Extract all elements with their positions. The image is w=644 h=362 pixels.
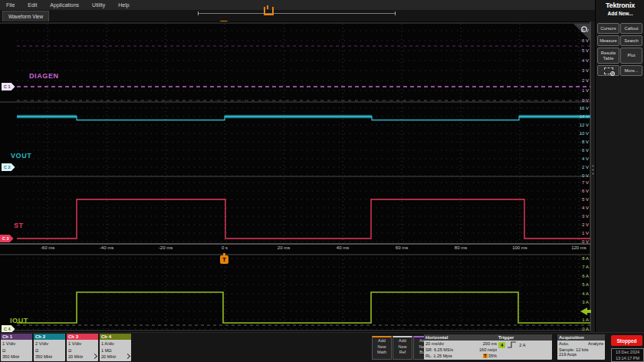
ch3-badge-body: 1 V/div Ω 20 MHz	[67, 340, 98, 360]
tektronix-logo: Tektronix	[596, 2, 644, 9]
ch1-scale: 1 V/div	[2, 341, 31, 347]
oscilloscope-screen: File Edit Applications Utility Help Wave…	[0, 0, 644, 362]
date-text: 13 Dec 2024	[612, 349, 643, 355]
menu-utility[interactable]: Utility	[92, 2, 105, 8]
time-axis-label: -40 ms	[91, 245, 122, 250]
ch2-badge-body: 2 V/div Ω 350 MHz	[34, 340, 65, 360]
ch2-scale: 2 V/div	[35, 341, 64, 347]
measure-button[interactable]: Measure	[597, 35, 619, 46]
c1-scale-label: 2 V	[564, 77, 589, 84]
more-button[interactable]: More...	[620, 65, 642, 76]
add-new-math-button[interactable]: Add New Math	[372, 336, 392, 360]
tab-waveform-view[interactable]: Waveform View	[2, 11, 49, 21]
ch1-badge[interactable]: Ch 1 1 V/div Ω 350 MHz	[1, 334, 32, 361]
ch4-badge-body: 1 A/div 1 MΩ 20 MHz	[100, 340, 131, 360]
trigger-time-marker[interactable]: T	[220, 255, 228, 264]
record-length: RL: 1.25 Mpts	[426, 354, 452, 360]
acquisition-body: Auto,Analyze Sample: 12 bits 219 Acqs	[557, 341, 605, 357]
time-text: 13:14:17 PM	[612, 355, 643, 361]
c3-scale-label: 0 V	[564, 239, 589, 245]
ch1-badge-body: 1 V/div Ω 350 MHz	[1, 340, 32, 360]
time-axis-label: 120 ms	[564, 245, 594, 250]
horizontal-position-marker-icon[interactable]	[264, 7, 274, 15]
ch1-coupling: Ω	[2, 347, 31, 354]
c1-scale-label: 6 V	[564, 38, 589, 44]
c3-scale-label: 3 V	[564, 213, 589, 219]
c1-scale-label: 4 V	[564, 58, 589, 64]
ch3-scale: 1 V/div	[68, 341, 97, 347]
horizontal-badge[interactable]: Horizontal 20 ms/div200 ms SR: 6.25 MS/s…	[424, 334, 498, 360]
cursors-button[interactable]: Cursors	[597, 23, 619, 34]
trigger-badge[interactable]: Trigger 4 2 A	[497, 334, 552, 360]
waveform-graticule[interactable]	[0, 21, 590, 332]
ch2-badge-title: Ch 2	[34, 334, 65, 340]
horizontal-window: 200 ms	[483, 341, 497, 347]
ch3-badge[interactable]: Ch 3 1 V/div Ω 20 MHz	[67, 334, 98, 361]
time-axis-label: 0 s	[209, 245, 240, 250]
acquisition-badge[interactable]: Acquisition Auto,Analyze Sample: 12 bits…	[557, 334, 605, 360]
channel-label-st[interactable]: ST	[14, 222, 24, 229]
add-math-line3: Math	[373, 350, 391, 356]
channel-label-vout[interactable]: VOUT	[11, 152, 31, 160]
zoom-box-icon	[604, 67, 613, 74]
sample-interval: 160 ns/pt	[479, 347, 497, 354]
ch2-coupling: Ω	[35, 347, 64, 354]
ch1-bandwidth: 350 MHz	[2, 354, 31, 360]
menu-bar: File Edit Applications Utility Help	[0, 0, 595, 10]
c1-scale-label: 3 V	[564, 67, 589, 74]
add-new-ref-button[interactable]: Add New Ref	[393, 336, 412, 360]
panel-drag-handle-icon[interactable]	[592, 164, 594, 176]
horizontal-overview-ruler[interactable]	[198, 12, 396, 15]
search-button[interactable]: Search	[620, 35, 642, 46]
add-ref-line1: Add	[393, 338, 412, 344]
ch3-badge-title: Ch 3	[67, 334, 98, 340]
trigger-position-value: T35%	[483, 354, 497, 360]
channel-label-iout[interactable]: IOUT	[10, 317, 28, 324]
c1-scale-label: 5 V	[564, 48, 589, 54]
c4-scale-label: 6 A	[564, 273, 589, 279]
menu-help[interactable]: Help	[118, 2, 129, 8]
c3-scale-label: 1 V	[564, 230, 589, 236]
trigger-title: Trigger	[497, 334, 552, 341]
c2-scale-label: 4 V	[564, 156, 589, 162]
ch4-badge-title: Ch 4	[100, 334, 131, 340]
c2-scale-label: 12 V	[564, 122, 589, 128]
menu-applications[interactable]: Applications	[50, 2, 79, 8]
time-axis-label: 20 ms	[268, 245, 299, 250]
results-table-button[interactable]: Results Table	[597, 48, 619, 64]
menu-file[interactable]: File	[6, 2, 15, 8]
plot-button[interactable]: Plot	[620, 48, 642, 64]
sample-rate: SR: 6.25 MS/s	[426, 347, 453, 354]
acquisition-title: Acquisition	[557, 334, 605, 341]
ch4-coupling: 1 MΩ	[101, 347, 130, 354]
time-axis-label: -20 ms	[150, 245, 181, 250]
ch4-badge[interactable]: Ch 4 1 A/div 1 MΩ 20 MHz	[100, 334, 131, 361]
ch2-bandwidth: 350 MHz	[35, 354, 64, 360]
ch1-badge-title: Ch 1	[1, 334, 32, 340]
rising-edge-icon	[508, 341, 517, 348]
add-ref-line3: Ref	[393, 350, 412, 356]
c4-scale-label: 5 A	[564, 281, 589, 288]
callout-button[interactable]: Callout	[620, 23, 642, 34]
c1-scale-label: 1 V	[564, 87, 589, 94]
zoom-select-button[interactable]	[597, 65, 619, 76]
run-stop-button[interactable]: Stopped	[611, 335, 642, 346]
ch2-badge[interactable]: Ch 2 2 V/div Ω 350 MHz	[34, 334, 65, 361]
ch4-scale: 1 A/div	[101, 341, 130, 347]
menu-edit[interactable]: Edit	[28, 2, 37, 8]
trigger-position-percent: 35%	[488, 354, 497, 358]
c2-scale-label: 10 V	[564, 130, 589, 137]
c4-scale-label: 4 A	[564, 291, 589, 297]
time-axis-label: -60 ms	[32, 245, 63, 250]
ch3-coupling: Ω	[68, 347, 97, 354]
channel-label-diagen[interactable]: DIAGEN	[29, 72, 59, 80]
c2-scale-label: 16 V	[564, 105, 589, 111]
c2-scale-label: 6 V	[564, 147, 589, 153]
c3-scale-label: 7 V	[564, 179, 589, 186]
horizontal-scale: 20 ms/div	[426, 341, 444, 347]
c4-scale-label: 3 A	[564, 299, 589, 305]
c4-scale-label: 7 A	[564, 264, 589, 270]
c2-scale-label: 14 V	[564, 114, 589, 120]
c2-scale-label: 2 V	[564, 164, 589, 170]
trigger-level: 2 A	[519, 343, 525, 347]
